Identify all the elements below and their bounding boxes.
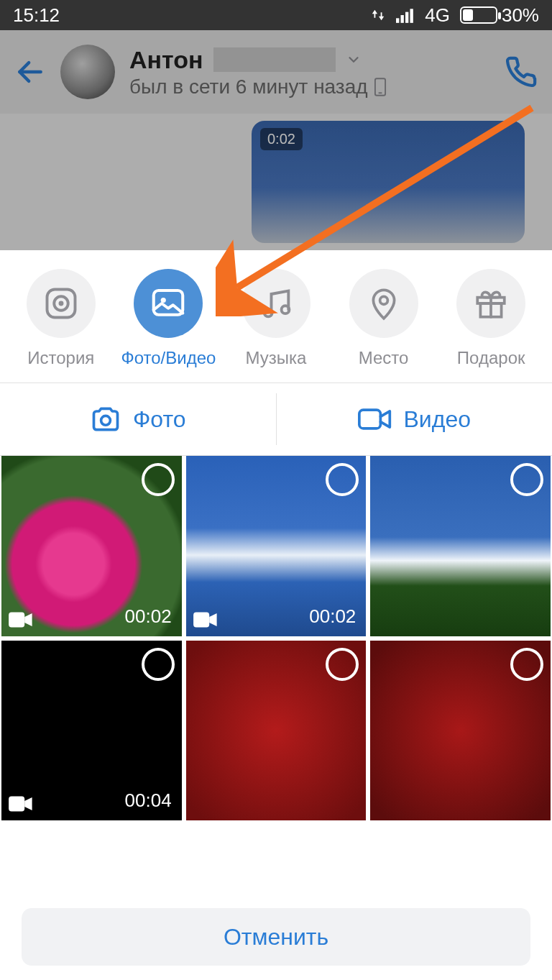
svg-point-15 xyxy=(380,296,387,304)
chevron-down-icon[interactable] xyxy=(346,52,362,68)
tab-video[interactable]: Видео xyxy=(277,383,553,455)
gift-icon xyxy=(473,285,509,321)
status-bar: 15:12 4G 30% xyxy=(0,0,552,30)
svg-point-14 xyxy=(282,306,290,313)
svg-rect-2 xyxy=(405,12,408,23)
svg-rect-23 xyxy=(9,797,24,812)
contact-info[interactable]: Антон был в сети 6 минут назад xyxy=(129,46,490,99)
svg-rect-20 xyxy=(359,410,380,429)
attach-option-place[interactable]: Место xyxy=(334,269,434,368)
tab-photo-label: Фото xyxy=(133,406,186,433)
message-duration: 0:02 xyxy=(260,128,303,150)
phone-icon[interactable] xyxy=(505,55,538,88)
svg-point-10 xyxy=(58,301,63,306)
battery-pct: 30% xyxy=(502,4,539,27)
svg-rect-22 xyxy=(193,612,209,627)
gallery-thumb[interactable]: 00:02 xyxy=(186,456,367,636)
network-label: 4G xyxy=(425,4,450,27)
back-arrow-icon[interactable] xyxy=(14,56,46,88)
attach-option-media[interactable]: Фото/Видео xyxy=(118,269,218,368)
gallery-grid: 00:02 00:02 00:04 xyxy=(0,456,552,820)
svg-rect-21 xyxy=(9,612,24,627)
gallery-thumb[interactable] xyxy=(370,456,551,636)
message-video-bubble[interactable]: 0:02 xyxy=(252,121,525,243)
cancel-label: Отменить xyxy=(224,924,328,951)
media-icon xyxy=(149,284,188,323)
gallery-thumb[interactable]: 00:02 xyxy=(1,456,182,636)
attach-label: Место xyxy=(359,348,409,368)
location-icon xyxy=(366,285,402,321)
story-icon xyxy=(42,285,80,322)
attach-options-row: История Фото/Видео Музыка Место Подарок xyxy=(0,250,552,383)
tab-photo[interactable]: Фото xyxy=(0,383,276,455)
video-badge-icon xyxy=(193,610,218,629)
svg-rect-3 xyxy=(410,9,413,23)
attach-option-gift[interactable]: Подарок xyxy=(441,269,541,368)
redacted-name xyxy=(213,47,336,72)
svg-point-13 xyxy=(264,309,272,317)
gallery-thumb[interactable]: 00:04 xyxy=(1,641,182,821)
gallery-thumb[interactable] xyxy=(370,641,551,821)
cancel-button[interactable]: Отменить xyxy=(22,908,530,966)
music-icon xyxy=(257,285,295,322)
select-circle[interactable] xyxy=(326,648,359,681)
attach-label: История xyxy=(27,348,94,368)
svg-point-19 xyxy=(101,416,111,425)
video-badge-icon xyxy=(9,794,33,813)
status-time: 15:12 xyxy=(13,4,60,27)
attach-option-music[interactable]: Музыка xyxy=(226,269,326,368)
attachment-sheet: История Фото/Видео Музыка Место Подарок xyxy=(0,250,552,980)
camera-icon xyxy=(90,403,121,435)
contact-name: Антон xyxy=(129,46,203,74)
select-circle[interactable] xyxy=(142,648,175,681)
video-badge-icon xyxy=(9,610,33,629)
data-updown-icon xyxy=(370,7,386,23)
signal-icon xyxy=(396,7,415,23)
battery-indicator: 30% xyxy=(460,4,539,27)
attach-option-story[interactable]: История xyxy=(11,269,111,368)
contact-status: был в сети 6 минут назад xyxy=(129,75,368,99)
photo-video-tabs: Фото Видео xyxy=(0,383,552,455)
gallery-thumb[interactable] xyxy=(186,641,367,821)
chat-body: 0:02 xyxy=(0,114,552,250)
video-duration: 00:02 xyxy=(309,605,356,628)
select-circle[interactable] xyxy=(510,463,543,496)
svg-rect-1 xyxy=(401,15,404,23)
select-circle[interactable] xyxy=(142,463,175,496)
chat-header: Антон был в сети 6 минут назад xyxy=(0,30,552,114)
attach-label: Подарок xyxy=(457,348,525,368)
svg-rect-0 xyxy=(396,18,399,23)
avatar[interactable] xyxy=(60,45,115,99)
tab-video-label: Видео xyxy=(404,406,471,433)
video-duration: 00:02 xyxy=(125,605,172,628)
select-circle[interactable] xyxy=(510,648,543,681)
video-duration: 00:04 xyxy=(125,789,172,812)
attach-label: Фото/Видео xyxy=(121,348,216,368)
videocam-icon xyxy=(358,405,392,434)
attach-label: Музыка xyxy=(246,348,307,368)
mobile-icon xyxy=(374,78,387,96)
select-circle[interactable] xyxy=(326,463,359,496)
